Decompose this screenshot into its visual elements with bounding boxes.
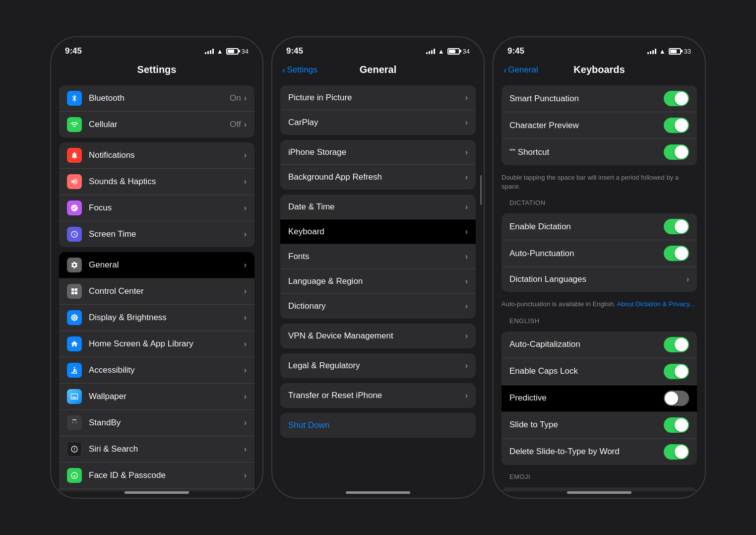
notifications-row[interactable]: Notifications ›	[59, 142, 254, 169]
enablecapslock-label: Enable Caps Lock	[509, 366, 664, 376]
legal-row[interactable]: Legal & Regulatory ›	[280, 353, 476, 378]
settings-list-3[interactable]: Smart Punctuation Character Preview "" S…	[494, 80, 705, 491]
deleteslide-thumb	[675, 445, 688, 459]
enablecapslock-thumb	[675, 365, 688, 378]
smartpunctuation-toggle[interactable]	[664, 91, 689, 106]
enablecapslock-toggle[interactable]	[664, 364, 689, 379]
nav-title-2: General	[360, 64, 396, 75]
accessibility-chevron: ›	[244, 366, 247, 375]
vpnmgmt-chevron: ›	[465, 332, 468, 340]
sounds-row[interactable]: Sounds & Haptics ›	[59, 169, 254, 195]
deleteslide-row[interactable]: Delete Slide-to-Type by Word	[502, 439, 697, 465]
iphonestorage-row[interactable]: iPhone Storage ›	[280, 140, 476, 165]
scroll-indicator-2	[480, 175, 482, 205]
deleteslide-label: Delete Slide-to-Type by Word	[509, 447, 664, 457]
standby-label: StandBy	[89, 418, 244, 428]
sirisearch-row[interactable]: Siri & Search ›	[59, 436, 254, 463]
keyboard-row[interactable]: Keyboard ›	[280, 219, 476, 244]
focus-row[interactable]: Focus ›	[59, 195, 254, 221]
enabledictation-thumb	[675, 220, 688, 233]
languageregion-row[interactable]: Language & Region ›	[280, 269, 476, 294]
predictive-toggle[interactable]	[664, 391, 689, 406]
standby-row[interactable]: StandBy ›	[59, 410, 254, 436]
emoji-group: Stickers	[502, 487, 697, 491]
autopunctuation-label: Auto-Punctuation	[509, 249, 664, 259]
displaybrightness-row[interactable]: Display & Brightness ›	[59, 305, 254, 331]
autocapitalization-thumb	[675, 338, 688, 351]
predictive-thumb	[665, 392, 678, 405]
autopunctuation-toggle[interactable]	[664, 246, 689, 261]
back-button-3[interactable]: ‹ General	[504, 65, 538, 75]
sirisearch-label: Siri & Search	[89, 444, 244, 454]
dictationlangs-row[interactable]: Dictation Languages ›	[502, 267, 697, 292]
slidetotype-row[interactable]: Slide to Type	[502, 412, 697, 439]
dictation-header: DICTATION	[494, 196, 705, 208]
wallpaper-label: Wallpaper	[89, 392, 244, 401]
screentime-row[interactable]: Screen Time ›	[59, 221, 254, 247]
pictureinpicture-row[interactable]: Picture in Picture ›	[280, 85, 476, 110]
homescreen-row[interactable]: Home Screen & App Library ›	[59, 331, 254, 357]
predictive-row[interactable]: Predictive	[502, 385, 697, 412]
english-group: Auto-Capitalization Enable Caps Lock Pre…	[502, 332, 697, 465]
smartpunctuation-thumb	[675, 92, 688, 105]
settings-list-1[interactable]: Bluetooth On › Cellular Off ›	[51, 80, 262, 491]
dictionary-row[interactable]: Dictionary ›	[280, 294, 476, 319]
autopunctuation-row[interactable]: Auto-Punctuation	[502, 240, 697, 267]
enabledictation-row[interactable]: Enable Dictation	[502, 213, 697, 240]
bluetooth-icon	[67, 91, 82, 106]
connectivity-group: Bluetooth On › Cellular Off ›	[59, 85, 254, 137]
carplay-row[interactable]: CarPlay ›	[280, 110, 476, 135]
slidetotype-toggle[interactable]	[664, 417, 689, 433]
periodshortcut-toggle[interactable]	[664, 144, 689, 160]
characterpreview-label: Character Preview	[509, 121, 664, 131]
time-1: 9:45	[65, 46, 82, 56]
datetime-row[interactable]: Date & Time ›	[280, 195, 476, 219]
home-indicator-2	[346, 491, 410, 494]
controlcenter-icon	[67, 284, 82, 299]
autocapitalization-toggle[interactable]	[664, 337, 689, 352]
stickers-row[interactable]: Stickers	[502, 487, 697, 491]
cellular-row[interactable]: Cellular Off ›	[59, 112, 254, 137]
battery-label-1: 34	[242, 48, 249, 55]
characterpreview-row[interactable]: Character Preview	[502, 112, 697, 139]
periodshortcut-row[interactable]: "" Shortcut	[502, 139, 697, 165]
backgroundapp-row[interactable]: Background App Refresh ›	[280, 165, 476, 190]
wallpaper-row[interactable]: Wallpaper ›	[59, 384, 254, 410]
nav-title-1: Settings	[137, 64, 177, 75]
back-button-2[interactable]: ‹ Settings	[282, 65, 317, 75]
controlcenter-row[interactable]: Control Center ›	[59, 278, 254, 305]
carplay-chevron: ›	[465, 118, 468, 127]
bluetooth-row[interactable]: Bluetooth On ›	[59, 85, 254, 112]
deleteslide-toggle[interactable]	[664, 444, 689, 460]
legal-chevron: ›	[465, 361, 468, 370]
enablecapslock-row[interactable]: Enable Caps Lock	[502, 358, 697, 385]
settings-list-2[interactable]: Picture in Picture › CarPlay › iPhone St…	[272, 80, 484, 491]
general-label: General	[89, 260, 244, 270]
battery-icon-3	[669, 48, 681, 55]
smartpunctuation-label: Smart Punctuation	[509, 94, 664, 104]
smartpunctuation-row[interactable]: Smart Punctuation	[502, 85, 697, 112]
emoji-header: EMOJI	[494, 470, 705, 482]
autocapitalization-row[interactable]: Auto-Capitalization	[502, 332, 697, 358]
status-icons-1: ▲ 34	[205, 48, 249, 55]
fonts-row[interactable]: Fonts ›	[280, 244, 476, 269]
vpnmgmt-row[interactable]: VPN & Device Management ›	[280, 324, 476, 348]
dictation-privacy-link[interactable]: About Dictation & Privacy...	[617, 300, 695, 308]
shutdown-row[interactable]: Shut Down	[280, 413, 476, 438]
wifi-icon-3: ▲	[659, 48, 666, 55]
keyboard-label: Keyboard	[288, 227, 465, 237]
general-row[interactable]: General ›	[59, 252, 254, 278]
accessibility-label: Accessibility	[89, 365, 244, 375]
enabledictation-toggle[interactable]	[664, 219, 689, 234]
bluetooth-label: Bluetooth	[89, 93, 230, 103]
transferreset-row[interactable]: Transfer or Reset iPhone ›	[280, 383, 476, 408]
signal-icon-1	[205, 48, 214, 54]
dictation-group: Enable Dictation Auto-Punctuation Dictat…	[502, 213, 697, 292]
accessibility-row[interactable]: Accessibility ›	[59, 357, 254, 384]
faceid-row[interactable]: Face ID & Passcode ›	[59, 463, 254, 489]
media-group: Picture in Picture › CarPlay ›	[280, 85, 476, 135]
wifi-icon-2: ▲	[438, 48, 444, 55]
characterpreview-toggle[interactable]	[664, 118, 689, 133]
enabledictation-label: Enable Dictation	[509, 222, 664, 232]
controlcenter-chevron: ›	[244, 287, 247, 296]
